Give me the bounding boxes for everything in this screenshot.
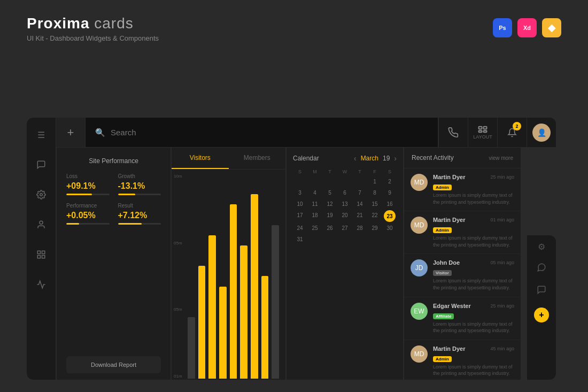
cal-day-24[interactable]: 24 — [293, 223, 307, 233]
sidebar-icon-settings[interactable] — [33, 186, 50, 203]
cal-day-4[interactable]: 4 — [308, 188, 322, 198]
cal-day-29[interactable]: 29 — [368, 223, 382, 233]
site-performance-panel: Site Performance Loss +09.1% Growth -13.… — [56, 147, 171, 380]
download-report-button[interactable]: Download Report — [66, 356, 161, 373]
cal-day-8[interactable]: 8 — [368, 188, 382, 198]
cal-day-6[interactable]: 6 — [338, 188, 352, 198]
svg-rect-2 — [37, 251, 40, 253]
cal-day-30[interactable]: 30 — [383, 223, 397, 233]
cal-day-7[interactable]: 7 — [353, 188, 367, 198]
cal-day-18[interactable]: 18 — [308, 210, 322, 222]
cal-day-22[interactable]: 22 — [368, 210, 382, 222]
cal-next-button[interactable]: › — [394, 154, 397, 163]
notification-badge: 2 — [513, 122, 521, 130]
bar-3 — [208, 235, 216, 379]
cal-day-9[interactable]: 9 — [383, 188, 397, 198]
cal-prev-button[interactable]: ‹ — [354, 154, 357, 163]
activity-body-4: Martin Dyer 45 min ago Admin Lorem Ipsum… — [433, 345, 514, 377]
cal-day-27[interactable]: 27 — [338, 223, 352, 233]
cal-day-20[interactable]: 20 — [338, 210, 352, 222]
cal-year: 19 — [383, 155, 390, 162]
user-avatar[interactable]: 👤 — [527, 118, 556, 147]
layout-button[interactable]: LAYOUT — [468, 118, 497, 147]
members-tab[interactable]: Members — [229, 148, 286, 169]
notification-button[interactable]: 2 — [497, 118, 527, 147]
cal-day-12[interactable]: 12 — [323, 199, 337, 209]
avatar-circle: 👤 — [532, 124, 551, 142]
cal-day-14[interactable]: 14 — [353, 199, 367, 209]
cal-day-15[interactable]: 15 — [368, 199, 382, 209]
visitors-panel: Visitors Members 01m 05m 05m 10m — [171, 147, 286, 380]
metric-growth-label: Growth — [118, 173, 161, 179]
cal-day-19[interactable]: 19 — [323, 210, 337, 222]
metric-result-label: Result — [118, 203, 161, 209]
cal-day-17[interactable]: 17 — [293, 210, 307, 222]
bar-7 — [251, 194, 258, 379]
bar-6 — [240, 245, 247, 379]
cal-day-25[interactable]: 25 — [308, 223, 322, 233]
sidebar-icon-menu[interactable]: ☰ — [33, 126, 50, 143]
right-panel-add-button[interactable]: + — [534, 308, 549, 322]
calendar-title: Calendar — [293, 155, 319, 162]
sidebar-icon-chart[interactable] — [33, 276, 50, 293]
logo-area: Proxima cards UI Kit - Dashboard Widgets… — [27, 15, 159, 42]
xd-icon: Xd — [517, 18, 537, 37]
whatsapp-icon[interactable] — [537, 263, 546, 274]
cal-day-13[interactable]: 13 — [338, 199, 352, 209]
bar-chart: 01m 05m 05m 10m — [172, 170, 285, 380]
sidebar-icon-user[interactable] — [33, 216, 50, 233]
sidebar-icon-layout[interactable] — [33, 246, 50, 263]
photoshop-icon: Ps — [493, 18, 512, 37]
calendar-panel: Calendar ‹ March 19 › S M T W T F S — [286, 147, 404, 380]
activity-item-3: EW Edgar Wester 25 min ago Affiliate Lor… — [404, 297, 521, 340]
activity-item-4: MD Martin Dyer 45 min ago Admin Lorem Ip… — [404, 340, 521, 380]
metric-loss: Loss +09.1% — [66, 173, 110, 195]
cal-day-1[interactable]: 1 — [368, 176, 382, 187]
bar-9 — [272, 225, 279, 379]
metric-loss-value: +09.1% — [66, 181, 110, 191]
sidebar-icon-chat[interactable] — [33, 156, 50, 173]
svg-point-1 — [40, 221, 43, 224]
metric-result: Result +7.12% — [118, 203, 161, 225]
drive-button[interactable] — [438, 118, 468, 147]
visitors-tab[interactable]: Visitors — [172, 148, 229, 169]
cal-day-16[interactable]: 16 — [383, 199, 397, 209]
add-button[interactable]: + — [56, 118, 86, 147]
topbar-right: LAYOUT 2 👤 — [438, 118, 556, 147]
visitors-tabs: Visitors Members — [172, 148, 285, 170]
cal-day-26[interactable]: 26 — [323, 223, 337, 233]
search-bar: 🔍 — [86, 118, 438, 147]
cal-month: March — [361, 155, 378, 162]
view-more-link[interactable]: view more — [489, 155, 513, 161]
cal-day-28[interactable]: 28 — [353, 223, 367, 233]
cal-day-31[interactable]: 31 — [293, 234, 307, 244]
metric-result-value: +7.12% — [118, 211, 161, 220]
metric-performance: Performance +0.05% — [66, 203, 110, 225]
logo-subtitle: UI Kit - Dashboard Widgets & Components — [27, 34, 159, 42]
activity-badge-4: Admin — [433, 356, 452, 362]
svg-rect-4 — [37, 256, 40, 258]
header-icons: Ps Xd ◆ — [493, 18, 561, 37]
cal-day-2[interactable]: 2 — [383, 176, 397, 187]
activity-title: Recent Activity — [412, 154, 454, 162]
cal-day-23-today[interactable]: 23 — [384, 210, 396, 222]
svg-rect-6 — [479, 126, 482, 129]
cal-day-11[interactable]: 11 — [308, 199, 322, 209]
messenger-icon[interactable] — [537, 285, 546, 297]
svg-point-0 — [40, 194, 43, 196]
cal-day-10[interactable]: 10 — [293, 199, 307, 209]
cal-day-3[interactable]: 3 — [293, 188, 307, 198]
metric-loss-label: Loss — [66, 173, 110, 179]
activity-avatar-2: JD — [411, 259, 428, 276]
search-input[interactable] — [111, 128, 428, 137]
activity-body-2: John Doe 05 min ago Visitor Lorem Ipsum … — [433, 259, 514, 291]
activity-badge-3: Affiliate — [433, 313, 454, 319]
cal-day-21[interactable]: 21 — [353, 210, 367, 222]
gear-icon[interactable]: ⚙ — [538, 242, 545, 252]
cal-day-5[interactable]: 5 — [323, 188, 337, 198]
activity-header: Recent Activity view more — [404, 148, 521, 168]
svg-rect-5 — [42, 256, 45, 258]
recent-activity-panel: Recent Activity view more MD Martin Dyer… — [404, 147, 521, 380]
header: Proxima cards UI Kit - Dashboard Widgets… — [0, 0, 588, 53]
metric-performance-label: Performance — [66, 203, 110, 209]
